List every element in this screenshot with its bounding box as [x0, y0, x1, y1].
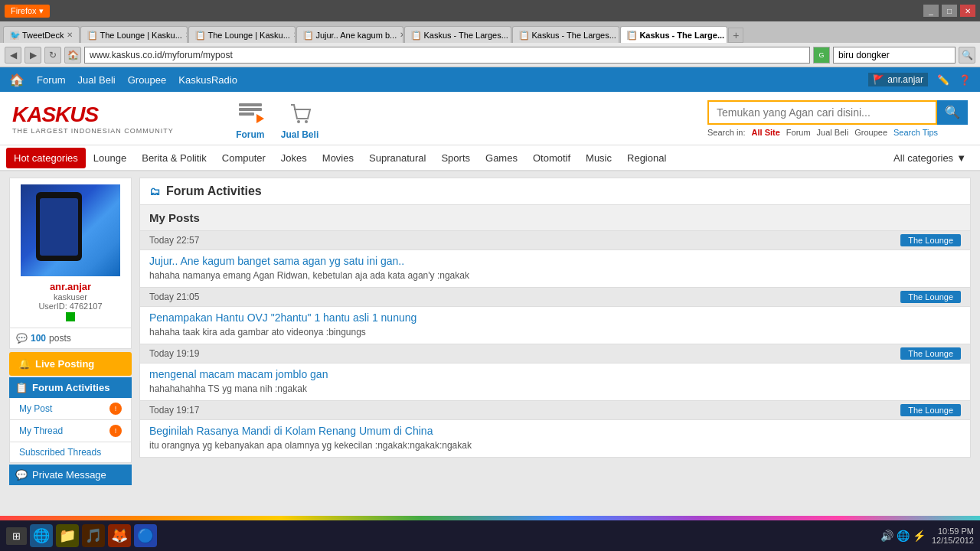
- cat-sports[interactable]: Sports: [433, 148, 478, 168]
- post-title[interactable]: Penampakan Hantu OVJ "2hantu" 1 hantu as…: [140, 307, 970, 325]
- user-card: anr.anjar kaskuser UserID: 4762107: [9, 178, 132, 328]
- cat-supranatural[interactable]: Supranatural: [361, 148, 433, 168]
- cat-hotcategories[interactable]: Hot categories: [6, 148, 86, 168]
- search-opt-forum[interactable]: Forum: [786, 128, 811, 137]
- cat-music[interactable]: Music: [578, 148, 619, 168]
- nav-forum[interactable]: Forum: [37, 74, 66, 86]
- user-flag[interactable]: 🚩 anr.anjar: [868, 73, 928, 86]
- forward-button[interactable]: ▶: [24, 47, 41, 64]
- pm-label: Private Message: [32, 469, 106, 481]
- cat-all[interactable]: All categories ▼: [886, 148, 974, 168]
- tab-favicon: 📋: [411, 31, 420, 40]
- tab-close-icon[interactable]: ✕: [400, 31, 403, 39]
- search-opt-allsite[interactable]: All Site: [752, 128, 780, 137]
- home-button[interactable]: 🏠: [64, 47, 81, 64]
- tab-lounge2[interactable]: 📋 The Lounge | Kasku... ✕: [188, 26, 296, 43]
- cat-berita[interactable]: Berita & Politik: [134, 148, 214, 168]
- post-title[interactable]: Jujur.. Ane kagum banget sama agan yg sa…: [140, 250, 970, 269]
- sidebar-mypost-label: My Post: [19, 403, 52, 414]
- address-bar[interactable]: [84, 47, 810, 64]
- taskbar-firefox-icon[interactable]: 🦊: [108, 524, 131, 547]
- tab-kaskus3[interactable]: 📋 Kaskus - The Large... ✕: [620, 26, 727, 43]
- nav-jualbeli[interactable]: Jual Beli: [78, 74, 116, 86]
- start-button[interactable]: ⊞: [6, 527, 27, 545]
- tab-kaskus1[interactable]: 📋 Kaskus - The Larges... ✕: [404, 26, 511, 43]
- post-excerpt: itu orangnya yg kebanyakan apa olamnya y…: [140, 439, 970, 457]
- browser-search-button[interactable]: 🔍: [959, 47, 975, 64]
- jualbeli-icon-item[interactable]: Jual Beli: [281, 97, 318, 140]
- live-posting-button[interactable]: 🔔 Live Posting: [9, 352, 132, 376]
- cat-jokes[interactable]: Jokes: [273, 148, 315, 168]
- mythread-badge: !: [109, 425, 122, 437]
- forum-content: 🗂 Forum Activities My Posts Today 22:57 …: [139, 178, 971, 551]
- site-search-button[interactable]: 🔍: [937, 100, 968, 125]
- firefox-button[interactable]: Firefox ▾: [5, 5, 50, 18]
- browser-search-input[interactable]: [833, 47, 956, 64]
- search-opt-jualbeli[interactable]: Jual Beli: [817, 128, 849, 137]
- tab-label: Kaskus - The Larges...: [531, 31, 616, 40]
- taskbar-media-icon[interactable]: 🎵: [82, 524, 105, 547]
- sidebar-mythread-label: My Thread: [19, 425, 63, 436]
- nav-groupee[interactable]: Groupee: [128, 74, 167, 86]
- post-title[interactable]: mengenal macam macam jomblo gan: [140, 364, 970, 382]
- edit-icon[interactable]: ✏️: [937, 74, 949, 86]
- tab-close-icon[interactable]: ✕: [293, 31, 296, 39]
- tray-icons: 🔊 🌐 ⚡: [880, 530, 926, 542]
- sidebar-private-message[interactable]: 💬 Private Message: [9, 465, 132, 485]
- sidebar-posts-count: 💬 100 posts: [9, 328, 132, 349]
- new-tab-button[interactable]: +: [728, 28, 743, 43]
- sidebar-subscribed[interactable]: Subscribed Threads: [9, 442, 132, 463]
- minimize-button[interactable]: _: [923, 5, 939, 17]
- cat-lounge[interactable]: Lounge: [86, 148, 134, 168]
- search-opt-groupee[interactable]: Groupee: [854, 128, 887, 137]
- browser-title-bar: Firefox ▾ _ □ ✕: [0, 0, 980, 21]
- tab-lounge1[interactable]: 📋 The Lounge | Kasku... ✕: [80, 26, 188, 43]
- cat-computer[interactable]: Computer: [214, 148, 273, 168]
- close-button[interactable]: ✕: [960, 5, 975, 17]
- cat-games[interactable]: Games: [478, 148, 525, 168]
- taskbar-right: 🔊 🌐 ⚡ 10:59 PM 12/15/2012: [880, 527, 974, 545]
- post-time: Today 19:19: [149, 348, 199, 359]
- svg-rect-2: [239, 112, 254, 116]
- post-time-row: Today 22:57 The Lounge: [140, 231, 970, 250]
- post-title[interactable]: Beginilah Rasanya Mandi di Kolam Renang …: [140, 420, 970, 439]
- clock-time: 10:59 PM: [932, 527, 974, 536]
- search-tips-link[interactable]: Search Tips: [893, 128, 938, 137]
- taskbar-pinned-icons: 🌐 📁 🎵 🦊 🔵: [30, 524, 157, 547]
- sidebar-mythread[interactable]: My Thread !: [9, 420, 132, 442]
- post-category-button[interactable]: The Lounge: [900, 234, 961, 246]
- taskbar-chrome-icon[interactable]: 🔵: [134, 524, 157, 547]
- cat-movies[interactable]: Movies: [315, 148, 361, 168]
- forum-activities-icon: 📋: [15, 382, 28, 393]
- cat-otomotif[interactable]: Otomotif: [525, 148, 578, 168]
- taskbar-folder-icon[interactable]: 📁: [56, 524, 79, 547]
- tab-jujur[interactable]: 📋 Jujur.. Ane kagum b... ✕: [296, 26, 403, 43]
- post-item: Today 21:05 The Lounge Penampakan Hantu …: [139, 288, 971, 344]
- post-time: Today 19:17: [149, 405, 199, 416]
- post-category-button[interactable]: The Lounge: [900, 291, 961, 303]
- tab-close-icon[interactable]: ✕: [67, 31, 73, 39]
- post-item: Today 19:19 The Lounge mengenal macam ma…: [139, 344, 971, 401]
- post-category-button[interactable]: The Lounge: [900, 347, 961, 360]
- main-content: anr.anjar kaskuser UserID: 4762107 💬 100…: [0, 171, 980, 551]
- search-engine-icon: G: [813, 47, 830, 64]
- nav-kaskusradio[interactable]: KaskusRadio: [178, 74, 237, 86]
- tab-close-icon[interactable]: ✕: [619, 31, 620, 39]
- tab-close-icon[interactable]: ✕: [511, 31, 512, 39]
- tab-kaskus2[interactable]: 📋 Kaskus - The Larges... ✕: [512, 26, 619, 43]
- post-category-button[interactable]: The Lounge: [900, 404, 961, 416]
- sidebar-username[interactable]: anr.anjar: [50, 281, 91, 292]
- tab-tweetdeck[interactable]: 🐦 TweetDeck ✕: [3, 26, 80, 43]
- forum-icon-item[interactable]: Forum: [235, 97, 266, 140]
- cat-regional[interactable]: Regional: [619, 148, 674, 168]
- refresh-button[interactable]: ↻: [44, 47, 61, 64]
- maximize-button[interactable]: □: [942, 5, 957, 17]
- help-icon[interactable]: ❓: [959, 74, 971, 86]
- site-top-nav: 🏠 Forum Jual Beli Groupee KaskusRadio 🚩 …: [0, 67, 980, 92]
- site-search-input[interactable]: [707, 100, 937, 125]
- sidebar-mypost[interactable]: My Post !: [9, 398, 132, 420]
- home-icon[interactable]: 🏠: [9, 73, 24, 87]
- back-button[interactable]: ◀: [5, 47, 21, 64]
- tab-close-icon[interactable]: ✕: [185, 31, 188, 39]
- taskbar-ie-icon[interactable]: 🌐: [30, 524, 53, 547]
